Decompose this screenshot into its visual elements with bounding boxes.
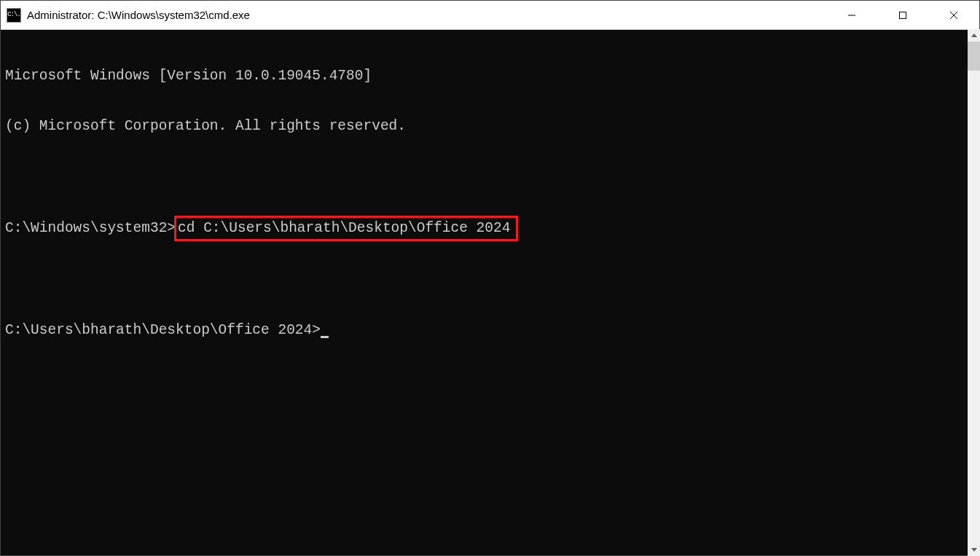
typed-command: cd C:\Users\bharath\Desktop\Office 2024 <box>178 220 510 236</box>
minimize-icon <box>847 11 856 20</box>
maximize-button[interactable] <box>877 1 928 30</box>
scroll-track[interactable] <box>968 42 980 544</box>
command-highlight: cd C:\Users\bharath\Desktop\Office 2024 <box>174 216 518 241</box>
cmd-window: C:\. Administrator: C:\Windows\system32\… <box>0 0 980 556</box>
prompt-prefix: C:\Windows\system32> <box>5 220 176 236</box>
scroll-thumb[interactable] <box>968 42 980 71</box>
close-button[interactable] <box>928 1 979 30</box>
svg-marker-4 <box>971 34 977 37</box>
svg-marker-5 <box>971 548 977 552</box>
blank-line <box>5 168 967 185</box>
vertical-scrollbar[interactable] <box>968 29 980 556</box>
minimize-button[interactable] <box>826 1 877 30</box>
blank-line <box>5 272 967 289</box>
output-line: (c) Microsoft Corporation. All rights re… <box>5 118 967 135</box>
output-line: Microsoft Windows [Version 10.0.19045.47… <box>5 68 967 85</box>
text-cursor <box>321 336 329 338</box>
window-controls <box>826 1 979 30</box>
chevron-up-icon <box>971 34 977 37</box>
prompt-line: C:\Users\bharath\Desktop\Office 2024> <box>5 322 967 339</box>
svg-rect-1 <box>900 12 906 19</box>
scroll-up-button[interactable] <box>968 29 980 42</box>
cmd-icon: C:\. <box>7 8 21 23</box>
chevron-down-icon <box>971 548 977 552</box>
window-title: Administrator: C:\Windows\system32\cmd.e… <box>27 9 250 21</box>
terminal-area[interactable]: Microsoft Windows [Version 10.0.19045.47… <box>1 30 979 555</box>
scroll-down-button[interactable] <box>968 544 980 556</box>
maximize-icon <box>898 11 907 20</box>
prompt-line: C:\Windows\system32>cd C:\Users\bharath\… <box>5 219 967 238</box>
close-icon <box>949 11 958 20</box>
titlebar[interactable]: C:\. Administrator: C:\Windows\system32\… <box>1 1 979 30</box>
prompt-prefix: C:\Users\bharath\Desktop\Office 2024> <box>5 322 321 338</box>
